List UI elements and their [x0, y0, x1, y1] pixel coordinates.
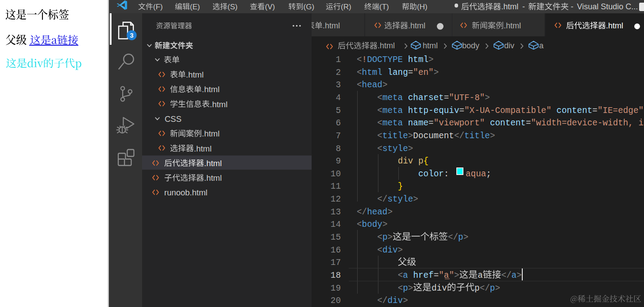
svg-text:3: 3 [130, 32, 133, 39]
